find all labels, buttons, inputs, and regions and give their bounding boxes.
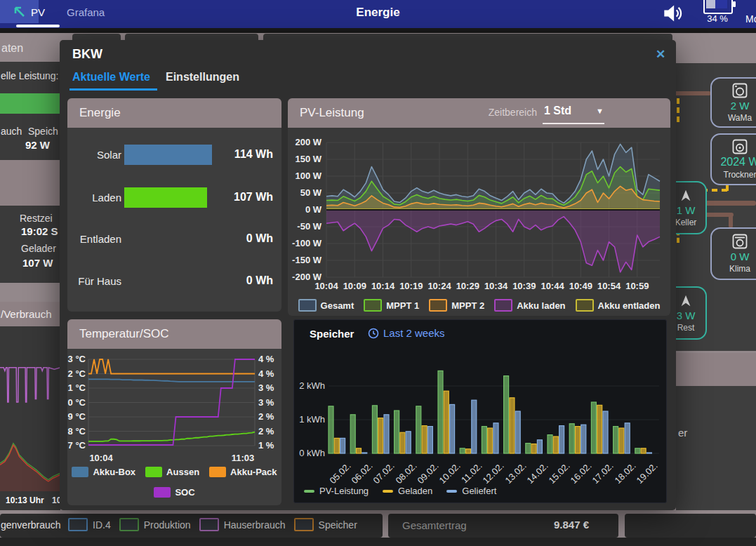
clock-icon <box>368 328 379 339</box>
leistung-green-bar <box>0 93 60 114</box>
temp-x-tick: 10:04 <box>89 453 112 463</box>
speaker-button[interactable] <box>663 3 684 27</box>
bottom-legend-item[interactable]: Hauserbrauch <box>199 518 286 531</box>
bottom-legend-item[interactable]: Speicher <box>294 518 357 531</box>
speicher-y-tick: 2 kWh <box>294 380 325 391</box>
pv-legend: GesamtMPPT 1MPPT 2Akku ladenAkku entlade… <box>288 299 670 312</box>
tab-aktuelle-werte[interactable]: Aktuelle Werte <box>72 71 150 84</box>
washer-icon <box>732 83 748 98</box>
temp-y-tick-left: 1 °C <box>67 382 86 393</box>
geladen-value: 107 W <box>22 257 53 269</box>
temp-y-tick-left: 0 °C <box>67 397 86 408</box>
bkw-modal: BKW ✕ Aktuelle Werte Einstellungen Energ… <box>60 40 676 510</box>
screen: PV Grafana Energie 34 % Mo aten elle Lei… <box>0 0 756 546</box>
pv-legend-swatch <box>298 299 317 312</box>
verbrauch-card-header: /Verbrauch <box>0 302 60 326</box>
arrow-icon <box>679 294 693 308</box>
pv-y-tick: 200 W <box>288 137 321 147</box>
device-trockner[interactable]: 2024 W Trockner <box>710 133 756 185</box>
temp-legend-swatch <box>154 487 171 498</box>
bottom-legend-swatch <box>119 518 139 531</box>
bottom-legend-swatch <box>199 518 219 531</box>
device-value: 0 W <box>731 251 750 262</box>
speicher-legend-label: Geladen <box>398 486 432 496</box>
energie-row-value: 0 Wh <box>246 274 273 287</box>
speicher-legend-swatch <box>304 490 314 493</box>
speicher-legend-item[interactable]: Geladen <box>383 486 432 496</box>
battery-empty <box>715 0 727 8</box>
temp-legend-item[interactable]: Akku-Pack <box>209 467 277 477</box>
verbrauch-mini-chart <box>0 326 60 491</box>
gesamtertrag-label: Gesamtertrag <box>402 519 467 531</box>
pv-legend-item[interactable]: Akku entladen <box>576 299 661 312</box>
device-klima[interactable]: 0 W Klima <box>710 227 756 280</box>
zeitbereich-select[interactable]: 1 Std ▼ <box>544 104 604 118</box>
pv-legend-item[interactable]: Akku laden <box>494 299 565 312</box>
energie-row: Solar114 Wh <box>67 140 281 168</box>
device-label: Trockner <box>724 170 756 180</box>
pv-x-tick: 10:24 <box>427 281 451 291</box>
pv-legend-item[interactable]: MPPT 1 <box>364 299 419 312</box>
temp-legend-item[interactable]: Akku-Box <box>72 467 135 477</box>
energie-row-label: Entladen <box>67 233 121 245</box>
bg-mauve-band-right <box>676 353 756 386</box>
device-label: Rest <box>677 323 695 333</box>
modal-title: BKW <box>72 47 102 62</box>
bottom-legend-item[interactable]: ID.4 <box>68 518 111 531</box>
pv-legend-swatch <box>494 299 512 312</box>
speicher-value: 92 W <box>25 139 50 151</box>
speicher-legend-item[interactable]: Geliefert <box>446 486 496 496</box>
pv-y-tick: -150 W <box>288 255 321 265</box>
device-wama[interactable]: 2 W WaMa <box>710 77 756 128</box>
temp-legend-item[interactable]: Aussen <box>145 467 199 477</box>
pv-legend-item[interactable]: MPPT 2 <box>429 299 484 312</box>
speaker-icon <box>663 3 684 24</box>
pv-x-tick: 10:19 <box>399 281 423 291</box>
energie-row-label: Laden <box>67 192 121 204</box>
temp-y-tick-right: 4 % <box>258 368 279 379</box>
topbar-shadow-strip <box>0 28 756 33</box>
pv-x-tick: 10:09 <box>343 281 366 291</box>
pv-legend-swatch <box>576 299 594 312</box>
temp-y-tick-right: 2 % <box>258 426 279 437</box>
speicher-legend-label: Geliefert <box>462 486 496 496</box>
leistung-label-fragment: elle Leistung: <box>1 70 59 81</box>
pv-x-tick: 10:49 <box>569 281 592 291</box>
flow-pipe <box>729 213 733 228</box>
battery-nub <box>733 1 736 7</box>
page-title: Energie <box>0 6 756 20</box>
pv-y-tick: -50 W <box>288 221 321 232</box>
energie-panel-header: Energie <box>67 98 281 128</box>
speicher-panel-title: Speicher <box>310 328 354 340</box>
device-value: 3 W <box>677 309 696 321</box>
tab-einstellungen[interactable]: Einstellungen <box>166 71 239 84</box>
device-label: Klima <box>729 264 750 274</box>
bottom-legend-label: Produktion <box>144 519 191 531</box>
dryer-icon <box>732 139 748 154</box>
close-icon[interactable]: ✕ <box>653 47 668 62</box>
pv-y-tick: 0 W <box>288 204 321 215</box>
speicher-bar-chart <box>294 348 666 467</box>
pv-legend-item[interactable]: Gesamt <box>298 299 354 312</box>
temp-legend-item[interactable]: SOC <box>154 487 194 498</box>
pv-panel-header: PV-Leistung Zeitbereich 1 Std ▼ <box>288 98 670 128</box>
energie-row: Laden107 Wh <box>67 183 281 211</box>
temp-y-tick-left: 7 °C <box>67 440 86 451</box>
temp-y-tick-right: 1 % <box>258 440 279 451</box>
pv-legend-label: MPPT 1 <box>386 300 419 311</box>
bottom-legend-card: genverbrauch ID.4ProduktionHauserbrauchS… <box>0 514 383 538</box>
energie-panel: Energie Solar114 WhLaden107 WhEntladen0 … <box>67 98 281 312</box>
device-value: 1 W <box>677 204 696 216</box>
arrow-icon <box>679 189 693 203</box>
bottom-right-card <box>625 514 756 538</box>
bottom-legend-item[interactable]: Produktion <box>119 518 191 531</box>
pv-x-tick: 10:14 <box>371 281 394 291</box>
temp-y-tick-right: 2 % <box>258 411 279 422</box>
bottom-legend-label: ID.4 <box>93 519 111 531</box>
speicher-y-tick: 1 kWh <box>294 414 325 425</box>
eigenverbrauch-fragment: genverbrauch <box>1 519 61 531</box>
time-range-link[interactable]: Last 2 weeks <box>368 327 445 339</box>
speicher-legend-item[interactable]: PV-Leistung <box>304 486 369 496</box>
chevron-down-icon: ▼ <box>596 107 604 115</box>
right-text-fragment: er <box>678 427 687 439</box>
